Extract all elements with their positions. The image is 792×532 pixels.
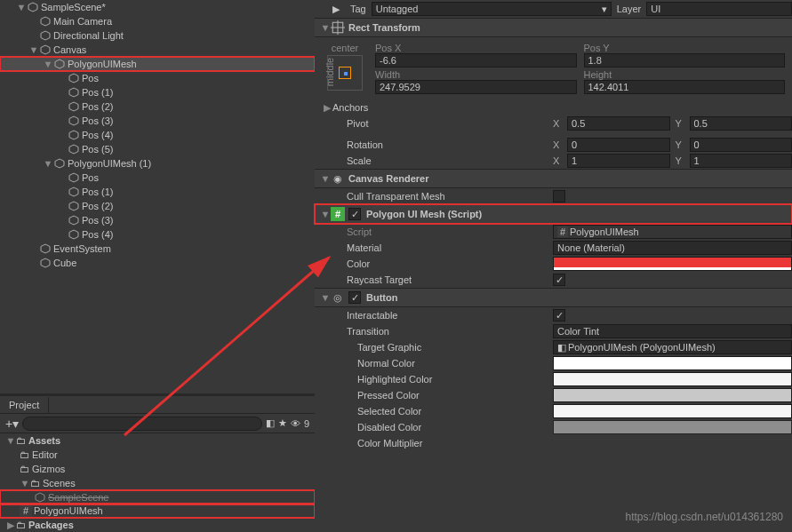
hierarchy-item[interactable]: Pos (1) (0, 85, 315, 99)
scale-x[interactable]: 1 (567, 154, 670, 168)
arrow-icon[interactable]: ▶ (332, 4, 345, 15)
cube-icon (68, 186, 80, 198)
pivot-x[interactable]: 0.5 (567, 116, 670, 131)
tag-label: Tag (350, 4, 366, 14)
chevron-down-icon[interactable]: ▼ (320, 22, 331, 33)
component-enabled-checkbox[interactable]: ✓ (348, 208, 361, 220)
color-field[interactable] (553, 257, 792, 271)
packages-folder[interactable]: ▶🗀Packages (0, 518, 315, 532)
folder-icon: 🗀 (30, 478, 43, 488)
script-file[interactable]: #PolygonUIMesh (0, 504, 315, 518)
chevron-down-icon[interactable]: ▼ (320, 292, 331, 303)
posy-field[interactable]: 1.8 (584, 53, 786, 67)
canvas-title: Canvas Renderer (348, 173, 429, 184)
transition-dropdown[interactable]: Color Tint (553, 324, 792, 338)
tag-dropdown[interactable]: Untagged▾ (372, 2, 612, 16)
scale-y[interactable]: 1 (690, 154, 793, 168)
rot-y[interactable]: 0 (690, 138, 793, 152)
target-label: Target Graphic (322, 342, 553, 353)
cube-icon (68, 100, 80, 113)
material-label: Material (322, 242, 553, 253)
disabled-color-field[interactable] (553, 420, 792, 434)
chevron-down-icon[interactable]: ▼ (320, 173, 331, 184)
chevron-down-icon[interactable]: ▼ (320, 209, 331, 219)
project-toolbar: +▾ ◧ ★ 👁9 (0, 414, 315, 433)
height-field[interactable]: 142.4011 (584, 80, 786, 94)
hierarchy-item[interactable]: Pos (4) (0, 227, 315, 242)
cull-checkbox[interactable] (553, 190, 565, 202)
disabled-color-label: Disabled Color (322, 422, 553, 433)
selected-color-label: Selected Color (322, 406, 553, 417)
project-tree: ▼🗀Assets 🗀Editor 🗀Gizmos ▼🗀Scenes Sample… (0, 433, 315, 532)
hierarchy-item[interactable]: Main Camera (0, 14, 315, 28)
raycast-checkbox[interactable]: ✓ (553, 274, 565, 286)
hierarchy-item[interactable]: Cube (0, 256, 315, 270)
favorite-icon[interactable]: ★ (278, 417, 287, 429)
chevron-right-icon[interactable]: ▶ (322, 102, 332, 114)
hierarchy-item[interactable]: Pos (0, 171, 315, 185)
chevron-down-icon[interactable]: ▼ (43, 59, 53, 69)
button-title: Button (366, 292, 397, 303)
rotation-label: Rotation (322, 139, 553, 150)
hierarchy-item[interactable]: Pos (2) (0, 199, 315, 213)
hierarchy-item[interactable]: EventSystem (0, 242, 315, 256)
cube-icon (68, 129, 80, 141)
folder-icon: 🗀 (16, 520, 28, 530)
anchors-label: Anchors (332, 102, 368, 113)
anchor-h-label: center (322, 43, 368, 53)
cube-icon (68, 228, 80, 241)
hierarchy-item[interactable]: Pos (4) (0, 128, 315, 142)
hierarchy-item[interactable]: Pos (0, 71, 315, 85)
assets-folder[interactable]: ▼🗀Assets (0, 433, 315, 448)
hierarchy-item[interactable]: Pos (3) (0, 114, 315, 128)
target-field[interactable]: ◧PolygonUIMesh (PolygonUIMesh) (553, 340, 792, 354)
hierarchy-item[interactable]: Pos (1) (0, 185, 315, 199)
pressed-color-field[interactable] (553, 388, 792, 402)
folder-item[interactable]: 🗀Editor (0, 448, 315, 462)
material-field[interactable]: None (Material) (553, 241, 792, 255)
folder-item[interactable]: ▼🗀Scenes (0, 476, 315, 490)
rot-x[interactable]: 0 (567, 138, 670, 152)
add-icon[interactable]: +▾ (5, 417, 19, 431)
polygon-ui-mesh-header[interactable]: ▼ # ✓ Polygon UI Mesh (Script) (315, 204, 792, 224)
folder-item[interactable]: 🗀Gizmos (0, 462, 315, 476)
normal-color-field[interactable] (553, 356, 792, 370)
highlight-color-field[interactable] (553, 372, 792, 386)
rect-transform-header[interactable]: ▼ Rect Transform (315, 18, 792, 37)
hierarchy-item[interactable]: Directional Light (0, 28, 315, 43)
selected-color-field[interactable] (553, 404, 792, 418)
scene-icon (27, 1, 39, 13)
chevron-down-icon[interactable]: ▼ (28, 44, 39, 55)
hierarchy-item-selected[interactable]: ▼PolygonUIMesh (0, 57, 315, 71)
width-field[interactable]: 247.9529 (375, 80, 577, 94)
project-search[interactable] (22, 417, 262, 431)
posx-field[interactable]: -6.6 (375, 53, 577, 67)
hierarchy-item[interactable]: Pos (5) (0, 142, 315, 156)
chevron-down-icon[interactable]: ▼ (16, 2, 27, 12)
scene-file[interactable]: SampleScene (0, 490, 315, 504)
chevron-down-icon[interactable]: ▼ (43, 158, 53, 169)
interactable-checkbox[interactable]: ✓ (553, 309, 565, 322)
hierarchy-item[interactable]: ▼PolygonUIMesh (1) (0, 156, 315, 171)
script-field: #PolygonUIMesh (553, 225, 792, 239)
component-enabled-checkbox[interactable]: ✓ (348, 291, 361, 304)
anchor-preset-button[interactable]: middle (327, 55, 363, 91)
pivot-y[interactable]: 0.5 (690, 116, 793, 131)
filter-icon[interactable]: ◧ (266, 417, 275, 429)
hierarchy-item[interactable]: ▼Canvas (0, 43, 315, 57)
chevron-down-icon: ▾ (602, 4, 607, 15)
script-label: Script (322, 226, 553, 237)
layer-dropdown[interactable]: UI (646, 2, 792, 16)
hierarchy-item[interactable]: Pos (2) (0, 99, 315, 114)
cube-icon (68, 86, 80, 99)
button-header[interactable]: ▼ ◎ ✓ Button (315, 288, 792, 307)
pressed-color-label: Pressed Color (322, 390, 553, 401)
canvas-renderer-header[interactable]: ▼ ◉ Canvas Renderer (315, 169, 792, 188)
scene-root[interactable]: ▼SampleScene* (0, 0, 315, 14)
cube-icon (53, 58, 66, 70)
layer-label: Layer (617, 4, 642, 14)
watermark: https://blog.csdn.net/u014361280 (626, 511, 783, 523)
visibility-icon[interactable]: 👁 (291, 418, 300, 429)
hierarchy-item[interactable]: Pos (3) (0, 213, 315, 227)
project-tab[interactable]: Project (0, 397, 49, 413)
